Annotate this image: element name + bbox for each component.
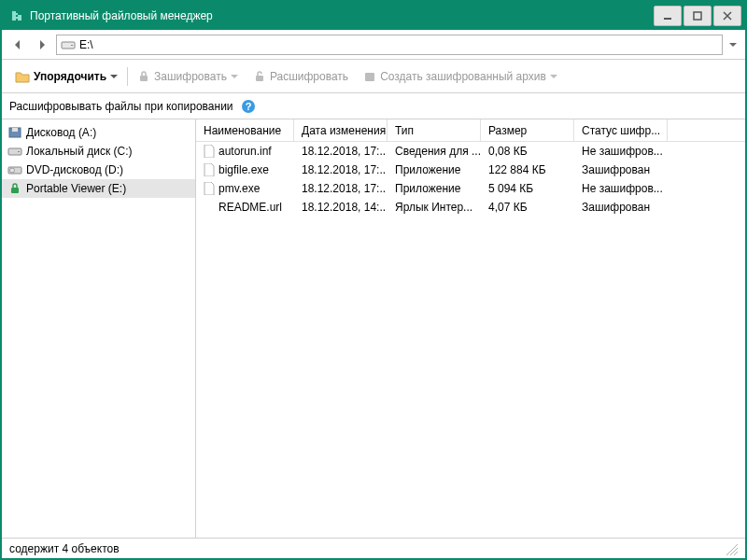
file-size: 122 884 КБ (481, 161, 574, 179)
file-date: 18.12.2018, 17:.. (294, 142, 388, 161)
file-date: 18.12.2018, 17:.. (294, 161, 388, 179)
path-text: E:\ (79, 38, 93, 51)
svg-text:?: ? (245, 101, 251, 112)
file-name: README.url (218, 201, 282, 214)
svg-rect-15 (11, 188, 19, 193)
file-type: Ярлык Интер... (388, 198, 481, 217)
file-status: Зашифрован (574, 198, 668, 217)
col-status[interactable]: Статус шифр... (574, 119, 668, 141)
file-name: pmv.exe (218, 182, 260, 195)
svg-rect-6 (365, 73, 374, 81)
nav-bar: E:\ (2, 30, 745, 60)
create-archive-button[interactable]: Создать зашифрованный архив (358, 67, 563, 86)
toolbar: Упорядочить Зашифровать Расшифровать Соз… (2, 60, 745, 93)
tree-item-label: Локальный диск (C:) (26, 145, 133, 158)
organize-button[interactable]: Упорядочить (9, 67, 123, 86)
decrypt-button[interactable]: Расшифровать (247, 67, 354, 86)
close-button[interactable] (713, 6, 741, 26)
column-headers: Наименование Дата изменения Тип Размер С… (196, 119, 745, 142)
path-bar[interactable]: E:\ (56, 35, 723, 55)
file-size: 0,08 КБ (481, 142, 574, 161)
svg-rect-0 (664, 18, 671, 20)
info-label: Расшифровывать файлы при копировании (9, 100, 233, 113)
archive-icon (363, 70, 376, 83)
col-name[interactable]: Наименование (196, 119, 294, 141)
file-row[interactable]: pmv.exe 18.12.2018, 17:.. Приложение 5 0… (196, 179, 745, 198)
file-name: autorun.inf (218, 145, 272, 158)
unlock-icon (253, 70, 266, 83)
lock-icon (137, 70, 150, 83)
path-dropdown-button[interactable] (726, 40, 740, 49)
separator (127, 67, 128, 86)
file-date: 18.12.2018, 14:.. (294, 198, 388, 217)
svg-rect-5 (256, 76, 263, 81)
svg-rect-1 (694, 12, 701, 20)
help-icon[interactable]: ? (241, 99, 256, 114)
col-size[interactable]: Размер (481, 119, 574, 141)
tree-item-label: Portable Viewer (E:) (26, 182, 126, 195)
file-icon (204, 145, 215, 158)
drive-tree[interactable]: Дисковод (A:) Локальный диск (C:) DVD-ди… (2, 119, 196, 538)
folder-icon (15, 70, 30, 83)
svg-rect-12 (18, 151, 20, 152)
file-rows[interactable]: autorun.inf 18.12.2018, 17:.. Сведения д… (196, 142, 745, 538)
drive-icon (61, 39, 76, 50)
organize-label: Упорядочить (34, 70, 106, 83)
file-size: 5 094 КБ (481, 179, 574, 198)
resize-grip[interactable] (725, 542, 738, 555)
file-icon (204, 182, 215, 195)
minimize-button[interactable] (654, 6, 682, 26)
encrypt-button[interactable]: Зашифровать (132, 67, 244, 86)
file-type: Приложение (388, 161, 481, 179)
back-button[interactable] (7, 35, 28, 55)
tree-item-dvd[interactable]: DVD-дисковод (D:) (2, 161, 195, 179)
file-date: 18.12.2018, 17:.. (294, 179, 388, 198)
svg-rect-4 (140, 76, 148, 81)
status-text: содержит 4 объектов (9, 542, 120, 555)
svg-rect-3 (71, 45, 73, 46)
app-icon (9, 8, 24, 23)
floppy-icon (7, 126, 22, 139)
forward-button[interactable] (32, 35, 52, 55)
body: Дисковод (A:) Локальный диск (C:) DVD-ди… (2, 119, 745, 538)
file-status: Не зашифров... (574, 142, 668, 161)
tree-item-portable[interactable]: Portable Viewer (E:) (2, 179, 195, 198)
tree-item-floppy[interactable]: Дисковод (A:) (2, 123, 195, 142)
file-status: Не зашифров... (574, 179, 668, 198)
chevron-down-icon (550, 73, 557, 80)
titlebar: Портативный файловый менеджер (2, 2, 745, 30)
chevron-down-icon (110, 73, 118, 80)
svg-point-14 (10, 168, 15, 173)
file-status: Зашифрован (574, 161, 668, 179)
tree-item-label: Дисковод (A:) (26, 126, 96, 139)
file-row[interactable]: README.url 18.12.2018, 14:.. Ярлык Интер… (196, 198, 745, 217)
tree-item-label: DVD-дисковод (D:) (26, 163, 123, 176)
tree-item-hdd[interactable]: Локальный диск (C:) (2, 142, 195, 161)
file-name: bigfile.exe (218, 163, 269, 176)
file-row[interactable]: bigfile.exe 18.12.2018, 17:.. Приложение… (196, 161, 745, 179)
create-archive-label: Создать зашифрованный архив (380, 70, 546, 83)
file-icon (204, 163, 215, 176)
file-row[interactable]: autorun.inf 18.12.2018, 17:.. Сведения д… (196, 142, 745, 161)
app-window: Портативный файловый менеджер E:\ Упоряд… (0, 0, 747, 560)
dvd-icon (7, 163, 22, 176)
hdd-icon (7, 145, 22, 158)
col-date[interactable]: Дата изменения (294, 119, 388, 141)
status-bar: содержит 4 объектов (2, 538, 745, 558)
window-title: Портативный файловый менеджер (30, 9, 652, 22)
file-size: 4,07 КБ (481, 198, 574, 217)
file-pane: Наименование Дата изменения Тип Размер С… (196, 119, 745, 538)
encrypt-label: Зашифровать (154, 70, 227, 83)
lock-drive-icon (7, 182, 22, 195)
svg-rect-10 (12, 128, 18, 132)
col-type[interactable]: Тип (388, 119, 481, 141)
file-type: Приложение (388, 179, 481, 198)
info-bar: Расшифровывать файлы при копировании ? (2, 93, 745, 119)
decrypt-label: Расшифровать (270, 70, 348, 83)
chevron-down-icon (231, 73, 238, 80)
file-type: Сведения для ... (388, 142, 481, 161)
maximize-button[interactable] (684, 6, 712, 26)
